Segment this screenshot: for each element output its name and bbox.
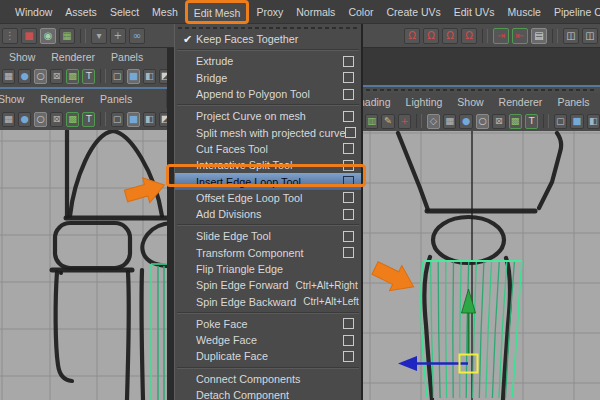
select-component-icon[interactable]: ▦ bbox=[59, 28, 75, 44]
wireframe-cube-icon[interactable]: ▢ bbox=[111, 69, 124, 84]
render-view-icon[interactable]: ◫ bbox=[563, 28, 579, 44]
panel-menu-panels[interactable]: Panels bbox=[100, 93, 132, 105]
universal-manip-icon[interactable]: + bbox=[398, 114, 411, 129]
menubar-item-normals[interactable]: Normals bbox=[294, 5, 337, 19]
menubar-item-assets[interactable]: Assets bbox=[63, 5, 99, 19]
xray-icon[interactable]: ⊠ bbox=[50, 112, 63, 127]
menu-item-cut-faces-tool[interactable]: Cut Faces Tool bbox=[175, 141, 361, 157]
panel-menu-show[interactable]: Show bbox=[457, 96, 483, 108]
menu-item-transform-component[interactable]: Transform Component bbox=[175, 245, 361, 261]
menu-item-spin-edge-forward[interactable]: Spin Edge ForwardCtrl+Alt+Right bbox=[175, 277, 361, 293]
text-hud-icon[interactable]: T bbox=[82, 112, 95, 127]
menu-tearoff-handle[interactable] bbox=[175, 24, 361, 31]
menubar-item-mesh[interactable]: Mesh bbox=[150, 5, 180, 19]
wireframe-cube-icon[interactable]: ▢ bbox=[554, 114, 567, 129]
menu-item-split-mesh-with-projected-curve[interactable]: Split mesh with projected curve bbox=[175, 124, 361, 140]
option-box-icon[interactable] bbox=[343, 89, 354, 100]
snap-plane-magnet-icon[interactable]: Ω bbox=[461, 28, 477, 44]
collapse-icon[interactable]: ▾ bbox=[91, 28, 107, 44]
panel-menu-lighting[interactable]: Lighting bbox=[406, 96, 443, 108]
textured-view-icon[interactable]: ▩ bbox=[509, 114, 522, 129]
menu-item-bridge[interactable]: Bridge bbox=[175, 70, 361, 86]
option-box-icon[interactable] bbox=[343, 231, 354, 242]
textured-cube-icon[interactable]: ◧ bbox=[587, 114, 600, 129]
menu-item-interactive-split-tool[interactable]: Interactive Split Tool bbox=[175, 157, 361, 173]
menubar-item-create-uvs[interactable]: Create UVs bbox=[384, 5, 442, 19]
select-object-icon[interactable]: ◉ bbox=[40, 28, 56, 44]
film-gate-icon[interactable]: ▦ bbox=[2, 112, 15, 127]
option-box-icon[interactable] bbox=[343, 318, 354, 329]
panel-menu-renderer[interactable]: Renderer bbox=[499, 96, 543, 108]
option-box-icon[interactable] bbox=[343, 335, 354, 346]
option-box-icon[interactable] bbox=[343, 111, 354, 122]
menubar-item-select[interactable]: Select bbox=[108, 5, 141, 19]
text-hud-icon[interactable]: T bbox=[525, 114, 538, 129]
shaded-sphere-icon[interactable]: ● bbox=[459, 114, 472, 129]
input-connections-icon[interactable]: ⇥ bbox=[493, 28, 509, 44]
option-box-icon[interactable] bbox=[345, 127, 356, 138]
snap-curve-magnet-icon[interactable]: Ω bbox=[423, 28, 439, 44]
snap-move-icon[interactable]: + bbox=[110, 28, 126, 44]
panel-menu-panels[interactable]: Panels bbox=[111, 51, 143, 63]
option-box-icon[interactable] bbox=[343, 56, 354, 67]
smooth-shade-icon[interactable]: ○ bbox=[34, 69, 47, 84]
snap-point-magnet-icon[interactable]: Ω bbox=[442, 28, 458, 44]
option-box-icon[interactable] bbox=[343, 247, 354, 258]
shaded-cube-icon[interactable]: ■ bbox=[570, 114, 583, 129]
menu-item-project-curve-on-mesh[interactable]: Project Curve on mesh bbox=[175, 108, 361, 124]
grip-icon[interactable]: ⋮ bbox=[2, 28, 18, 44]
film-gate-icon[interactable]: ▦ bbox=[443, 114, 456, 129]
paint-effects-icon[interactable]: ✎ bbox=[381, 114, 394, 129]
text-hud-icon[interactable]: T bbox=[82, 69, 95, 84]
menubar-item-window[interactable]: Window bbox=[13, 5, 54, 19]
panel-menu-show[interactable]: Show bbox=[0, 93, 24, 105]
textured-view-icon[interactable]: ▩ bbox=[66, 69, 79, 84]
output-connections-icon[interactable]: ⇤ bbox=[512, 28, 528, 44]
panel-menu-show[interactable]: Show bbox=[9, 51, 35, 63]
menu-item-extrude[interactable]: Extrude bbox=[175, 53, 361, 69]
menubar-item-muscle[interactable]: Muscle bbox=[506, 5, 543, 19]
perspective-view-viewport[interactable] bbox=[363, 131, 600, 400]
menu-item-flip-triangle-edge[interactable]: Flip Triangle Edge bbox=[175, 261, 361, 277]
menubar-item-edit-mesh[interactable]: Edit Mesh bbox=[192, 6, 243, 20]
menubar-item-proxy[interactable]: Proxy bbox=[254, 5, 285, 19]
isolate-select-icon[interactable]: ◇ bbox=[427, 114, 440, 129]
menubar-item-color[interactable]: Color bbox=[346, 5, 375, 19]
menubar-item-edit-uvs[interactable]: Edit UVs bbox=[452, 5, 497, 19]
textured-cube-icon[interactable]: ◧ bbox=[143, 69, 156, 84]
grease-pencil-icon[interactable]: ▥ bbox=[365, 114, 378, 129]
wireframe-cube-icon[interactable]: ▢ bbox=[111, 112, 124, 127]
option-box-icon[interactable] bbox=[343, 143, 354, 154]
menu-item-wedge-face[interactable]: Wedge Face bbox=[175, 332, 361, 348]
option-box-icon[interactable] bbox=[343, 176, 354, 187]
menu-item-connect-components[interactable]: Connect Components bbox=[175, 371, 361, 387]
menu-item-duplicate-face[interactable]: Duplicate Face bbox=[175, 348, 361, 364]
shaded-sphere-icon[interactable]: ● bbox=[18, 112, 31, 127]
channel-box-icon[interactable]: ▤ bbox=[531, 28, 547, 44]
option-box-icon[interactable] bbox=[343, 209, 354, 220]
menu-item-detach-component[interactable]: Detach Component bbox=[175, 387, 361, 400]
panel-menu-renderer[interactable]: Renderer bbox=[40, 93, 84, 105]
menu-item-slide-edge-tool[interactable]: Slide Edge Tool bbox=[175, 228, 361, 244]
menu-item-append-to-polygon-tool[interactable]: Append to Polygon Tool bbox=[175, 86, 361, 102]
option-box-icon[interactable] bbox=[343, 72, 354, 83]
textured-view-icon[interactable]: ▩ bbox=[66, 112, 79, 127]
menu-item-poke-face[interactable]: Poke Face bbox=[175, 316, 361, 332]
select-hierarchy-icon[interactable]: ■ bbox=[21, 28, 37, 44]
xray-icon[interactable]: ⊠ bbox=[492, 114, 505, 129]
option-box-icon[interactable] bbox=[343, 192, 354, 203]
menu-item-offset-edge-loop-tool[interactable]: Offset Edge Loop Tool bbox=[175, 190, 361, 206]
menu-item-keep-faces-together[interactable]: ✔Keep Faces Together bbox=[175, 31, 361, 47]
menubar-item-pipeline-cache[interactable]: Pipeline Cache bbox=[552, 5, 600, 19]
menu-item-add-divisions[interactable]: Add Divisions bbox=[175, 206, 361, 222]
snap-links-icon[interactable]: ∞ bbox=[129, 28, 145, 44]
menu-item-spin-edge-backward[interactable]: Spin Edge BackwardCtrl+Alt+Left bbox=[175, 293, 361, 309]
smooth-shade-icon[interactable]: ○ bbox=[476, 114, 489, 129]
shaded-sphere-icon[interactable]: ● bbox=[18, 69, 31, 84]
snap-grid-magnet-icon[interactable]: Ω bbox=[404, 28, 420, 44]
film-gate-icon[interactable]: ▦ bbox=[2, 69, 15, 84]
option-box-icon[interactable] bbox=[343, 351, 354, 362]
textured-cube-icon[interactable]: ◧ bbox=[143, 112, 156, 127]
panel-menu-renderer[interactable]: Renderer bbox=[51, 51, 95, 63]
xray-icon[interactable]: ⊠ bbox=[50, 69, 63, 84]
